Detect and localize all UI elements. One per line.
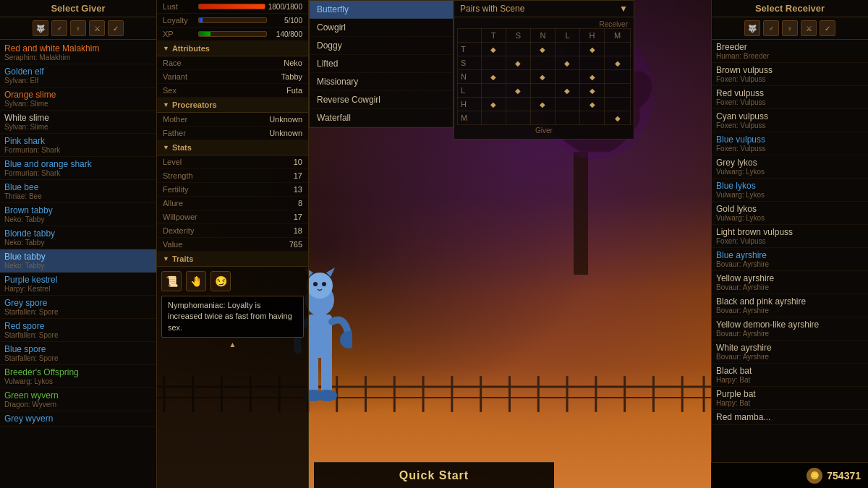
trait-scroll-icon[interactable]: 📜 xyxy=(161,271,182,291)
traits-area: 📜 🤚 😏 Nymphomaniac: Loyalty is increased… xyxy=(157,267,308,353)
receiver-item-7[interactable]: Gold lykosVulwarg: Lykos xyxy=(712,202,868,225)
diamond-icon: ◆ xyxy=(540,100,545,108)
pairs-grid: Receiver T S N L H M T◆◆◆S◆◆◆N◆◆◆L◆◆◆H◆◆… xyxy=(454,17,634,139)
attr-row-0: RaceNeko xyxy=(157,56,308,70)
giver-name-11: Grey spore xyxy=(4,298,152,308)
diamond-icon: ◆ xyxy=(490,73,496,81)
pairs-col-M: M xyxy=(605,29,631,43)
right-filter-icon[interactable]: ⚔ xyxy=(801,20,817,36)
receiver-item-12[interactable]: Yellow demon-like ayrshireBovaur: Ayrshi… xyxy=(712,317,868,341)
trait-icons-row: 📜 🤚 😏 xyxy=(161,271,304,291)
filter-icon[interactable]: ⚔ xyxy=(89,20,105,36)
giver-item-11[interactable]: Grey sporeStarfallen: Spore xyxy=(0,296,156,319)
receiver-item-6[interactable]: Blue lykosVulwarg: Lykos xyxy=(712,179,868,202)
receiver-item-16[interactable]: Red mamba... xyxy=(712,410,868,425)
receiver-item-11[interactable]: Black and pink ayrshireBovaur: Ayrshire xyxy=(712,294,868,317)
giver-name-1: Golden elf xyxy=(4,67,152,77)
giver-item-2[interactable]: Orange slimeSylvan: Slime xyxy=(0,87,156,111)
stat-label-5: Dexterity xyxy=(163,226,194,235)
receiver-item-2[interactable]: Red vulpussFoxen: Vulpuss xyxy=(712,86,868,109)
pairs-expand-icon[interactable]: ▼ xyxy=(619,4,628,14)
receiver-item-9[interactable]: Blue ayrshireBovaur: Ayrshire xyxy=(712,248,868,271)
right-panel: Select Receiver 🐺 ♂ ♀ ⚔ ✓ BreederHuman: … xyxy=(711,0,868,488)
receiver-item-0[interactable]: BreederHuman: Breeder xyxy=(712,40,868,63)
receiver-item-15[interactable]: Purple batHarpy: Bat xyxy=(712,387,868,410)
loyalty-label: Loyalty xyxy=(163,16,195,25)
giver-subname-6: Thriae: Bee xyxy=(4,192,152,200)
pairs-label: Pairs with Scene xyxy=(460,4,524,14)
diamond-icon: ◆ xyxy=(615,59,621,67)
giver-item-13[interactable]: Blue sporeStarfallen: Spore xyxy=(0,342,156,365)
stat-value-5: 18 xyxy=(294,226,302,235)
receiver-item-5[interactable]: Grey lykosVulwarg: Lykos xyxy=(712,155,868,179)
female-icon[interactable]: ♀ xyxy=(70,20,86,36)
right-male-icon[interactable]: ♂ xyxy=(763,20,779,36)
receiver-item-3[interactable]: Cyan vulpussFoxen: Vulpuss xyxy=(712,109,868,132)
receiver-label: Receiver xyxy=(457,20,631,28)
giver-item-15[interactable]: Green wyvernDragon: Wyvern xyxy=(0,388,156,411)
giver-name-0: Red and white Malakhim xyxy=(4,43,152,53)
giver-subname-7: Neko: Tabby xyxy=(4,215,152,223)
attr-row-2: SexFuta xyxy=(157,84,308,98)
scene-menu-item-6[interactable]: Waterfall xyxy=(310,109,453,127)
giver-item-10[interactable]: Purple kestrelHarpy: Kestrel xyxy=(0,273,156,296)
stats-triangle: ▼ xyxy=(163,144,169,151)
giver-item-4[interactable]: Pink sharkFormurian: Shark xyxy=(0,134,156,157)
attributes-header: ▼ Attributes xyxy=(157,41,308,56)
lust-bar-fill xyxy=(199,4,265,9)
pairs-cell-4-3 xyxy=(555,98,579,111)
wolf-icon[interactable]: 🐺 xyxy=(33,20,48,36)
quick-start-button[interactable]: Quick Start xyxy=(399,469,469,482)
giver-item-12[interactable]: Red sporeStarfallen: Spore xyxy=(0,319,156,342)
stat-row-5: Dexterity18 xyxy=(157,224,308,238)
right-female-icon[interactable]: ♀ xyxy=(782,20,798,36)
scene-menu-item-3[interactable]: Lifted xyxy=(310,55,453,73)
procreators-triangle: ▼ xyxy=(163,101,169,108)
receiver-name-16: Red mamba... xyxy=(716,412,864,422)
right-wolf-icon[interactable]: 🐺 xyxy=(744,20,760,36)
receiver-item-8[interactable]: Light brown vulpussFoxen: Vulpuss xyxy=(712,225,868,248)
giver-item-3[interactable]: White slimeSylvan: Slime xyxy=(0,111,156,134)
giver-item-14[interactable]: Breeder's OffspringVulwarg: Lykos xyxy=(0,365,156,388)
receiver-subname-2: Foxen: Vulpuss xyxy=(716,98,864,106)
scene-menu-item-4[interactable]: Missionary xyxy=(310,73,453,91)
svg-rect-0 xyxy=(574,152,588,275)
giver-name-4: Pink shark xyxy=(4,136,152,146)
stat-row-6: Value765 xyxy=(157,238,308,252)
scene-menu-item-1[interactable]: Cowgirl xyxy=(310,19,453,37)
giver-item-7[interactable]: Brown tabbyNeko: Tabby xyxy=(0,203,156,226)
giver-item-1[interactable]: Golden elfSylvan: Elf xyxy=(0,64,156,87)
scene-menu-item-0[interactable]: Butterfly xyxy=(310,1,453,19)
receiver-item-14[interactable]: Black batHarpy: Bat xyxy=(712,364,868,387)
giver-item-5[interactable]: Blue and orange sharkFormurian: Shark xyxy=(0,157,156,180)
pairs-col-T: T xyxy=(481,29,506,43)
giver-item-8[interactable]: Blonde tabbyNeko: Tabby xyxy=(0,226,156,249)
giver-item-6[interactable]: Blue beeThriae: Bee xyxy=(0,180,156,203)
giver-item-0[interactable]: Red and white MalakhimSeraphim: Malakhim xyxy=(0,41,156,64)
receiver-item-13[interactable]: White ayrshireBovaur: Ayrshire xyxy=(712,341,868,364)
right-check-icon[interactable]: ✓ xyxy=(820,20,835,36)
giver-subname-5: Formurian: Shark xyxy=(4,169,152,177)
receiver-item-1[interactable]: Brown vulpussFoxen: Vulpuss xyxy=(712,63,868,86)
trait-face-icon[interactable]: 😏 xyxy=(210,271,231,291)
proc-row-1: FatherUnknown xyxy=(157,127,308,140)
diamond-icon: ◆ xyxy=(590,73,595,81)
giver-item-9[interactable]: Blue tabbyNeko: Tabby xyxy=(0,249,156,273)
scene-menu-item-5[interactable]: Reverse Cowgirl xyxy=(310,91,453,109)
giver-item-16[interactable]: Grey wyvern xyxy=(0,411,156,427)
receiver-name-3: Cyan vulpuss xyxy=(716,111,864,121)
trait-hand-icon[interactable]: 🤚 xyxy=(186,271,206,291)
receiver-name-6: Blue lykos xyxy=(716,181,864,191)
currency-amount: 754371 xyxy=(827,470,861,481)
receiver-item-10[interactable]: Yellow ayrshireBovaur: Ayrshire xyxy=(712,271,868,294)
check-icon[interactable]: ✓ xyxy=(108,20,124,36)
receiver-subname-8: Foxen: Vulpuss xyxy=(716,237,864,245)
attr-row-1: VariantTabby xyxy=(157,70,308,84)
pairs-cell-2-1 xyxy=(506,70,530,84)
xp-bar-fill xyxy=(199,32,210,36)
scene-menu-item-2[interactable]: Doggy xyxy=(310,37,453,55)
giver-subname-10: Harpy: Kestrel xyxy=(4,285,152,293)
male-icon[interactable]: ♂ xyxy=(51,20,67,36)
receiver-item-4[interactable]: Blue vulpussFoxen: Vulpuss xyxy=(712,132,868,155)
receiver-name-10: Yellow ayrshire xyxy=(716,273,864,283)
